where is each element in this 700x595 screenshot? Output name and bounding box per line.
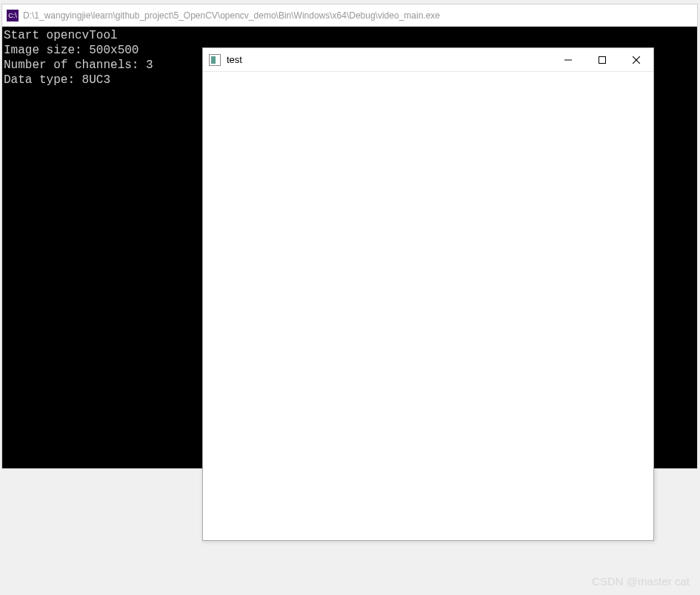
watermark: CSDN @master cat (592, 575, 690, 588)
svg-rect-1 (599, 56, 606, 63)
console-title: D:\1_wangyingjie\learn\github_project\5_… (23, 10, 440, 21)
minimize-icon (564, 56, 572, 64)
console-line: Data type: 8UC3 (4, 73, 110, 87)
image-window: test (202, 47, 654, 541)
image-titlebar[interactable]: test (203, 48, 653, 72)
maximize-button[interactable] (585, 48, 619, 71)
close-button[interactable] (619, 48, 653, 71)
console-line: Image size: 500x500 (4, 44, 139, 57)
maximize-icon (599, 56, 606, 64)
image-canvas (203, 72, 653, 540)
minimize-button[interactable] (551, 48, 585, 71)
console-titlebar[interactable]: C:\ D:\1_wangyingjie\learn\github_projec… (2, 4, 697, 27)
console-app-icon: C:\ (7, 10, 19, 21)
close-icon (633, 56, 640, 64)
console-line: Number of channels: 3 (4, 59, 153, 72)
console-line: Start opencvTool (4, 29, 118, 42)
window-controls (551, 48, 653, 71)
opencv-window-icon (209, 54, 221, 66)
image-window-title: test (227, 54, 242, 65)
